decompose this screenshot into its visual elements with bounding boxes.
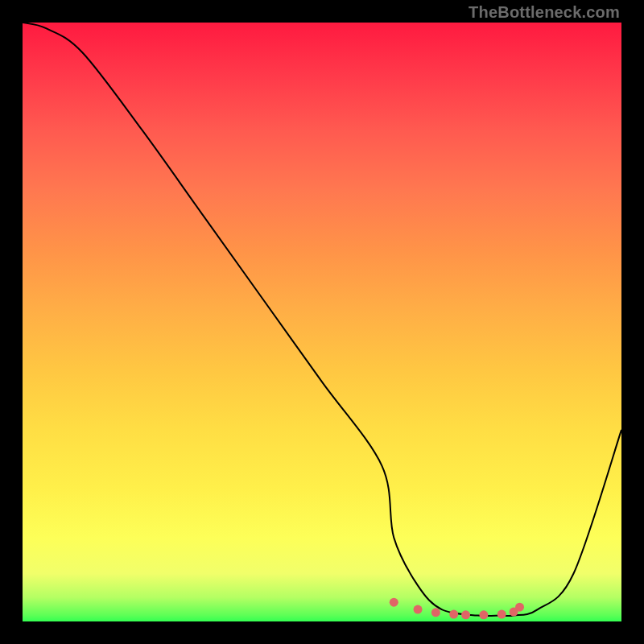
watermark-text: TheBottleneck.com [469, 3, 620, 22]
optimal-dot [449, 610, 458, 619]
optimal-dot [414, 605, 423, 614]
optimal-dot [461, 610, 470, 619]
curve-layer [23, 23, 621, 621]
optimal-dot [431, 608, 440, 617]
chart-frame: TheBottleneck.com [0, 0, 644, 644]
optimal-dot [497, 610, 506, 619]
plot-area [23, 23, 621, 621]
optimal-dot [515, 603, 524, 612]
bottleneck-curve-path [23, 23, 621, 616]
bottleneck-curve [23, 23, 621, 616]
optimal-dot [390, 598, 398, 607]
optimal-dot [479, 610, 488, 619]
optimal-range-dots [390, 598, 524, 620]
